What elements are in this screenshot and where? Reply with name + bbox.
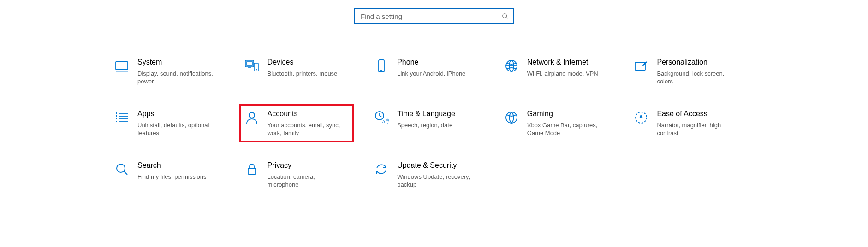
search-box[interactable] xyxy=(354,8,514,24)
tile-title: Ease of Access xyxy=(657,109,736,118)
tile-privacy[interactable]: Privacy Location, camera, microphone xyxy=(239,156,354,194)
tile-desc: Link your Android, iPhone xyxy=(397,70,476,77)
tile-time-language[interactable]: A字 Time & Language Speech, region, date xyxy=(369,104,483,142)
tile-devices[interactable]: Devices Bluetooth, printers, mouse xyxy=(239,53,354,90)
svg-rect-33 xyxy=(248,168,256,174)
tile-apps[interactable]: Apps Uninstall, defaults, optional featu… xyxy=(109,104,224,142)
magnifier-icon xyxy=(114,162,129,176)
globe-icon xyxy=(504,59,519,73)
accounts-icon xyxy=(244,110,259,125)
tile-search[interactable]: Search Find my files, permissions xyxy=(109,156,224,194)
tile-desc: Location, camera, microphone xyxy=(268,173,347,188)
tile-title: Network & Internet xyxy=(527,58,606,67)
svg-line-27 xyxy=(380,116,381,117)
tile-title: Devices xyxy=(268,58,347,67)
tile-title: Personalization xyxy=(657,58,736,67)
phone-icon xyxy=(374,59,389,73)
tile-desc: Find my files, permissions xyxy=(137,173,217,181)
tile-phone[interactable]: Phone Link your Android, iPhone xyxy=(369,53,483,90)
svg-rect-5 xyxy=(247,62,252,65)
tile-desc: Speech, region, date xyxy=(397,121,476,129)
tile-title: Privacy xyxy=(268,161,347,170)
tile-gaming[interactable]: Gaming Xbox Game Bar, captures, Game Mod… xyxy=(499,104,613,142)
svg-rect-22 xyxy=(116,118,117,119)
tile-desc: Xbox Game Bar, captures, Game Mode xyxy=(527,121,606,137)
svg-rect-2 xyxy=(116,62,128,70)
tile-title: Update & Security xyxy=(397,161,476,170)
apps-icon xyxy=(114,110,129,125)
tile-desc: Narrator, magnifier, high contrast xyxy=(657,121,736,137)
tile-desc: Your accounts, email, sync, work, family xyxy=(268,121,347,137)
svg-rect-21 xyxy=(116,115,117,117)
svg-point-24 xyxy=(249,112,255,118)
tile-title: Time & Language xyxy=(397,109,476,118)
tile-desc: Windows Update, recovery, backup xyxy=(397,173,476,188)
devices-icon xyxy=(244,59,259,73)
update-icon xyxy=(374,162,389,176)
tile-title: System xyxy=(137,58,217,67)
tile-desc: Background, lock screen, colors xyxy=(657,70,736,85)
tile-ease-of-access[interactable]: Ease of Access Narrator, magnifier, high… xyxy=(629,104,743,142)
tile-desc: Bluetooth, printers, mouse xyxy=(268,70,347,77)
settings-grid: System Display, sound, notifications, po… xyxy=(109,53,759,194)
search-icon xyxy=(502,13,508,19)
time-language-icon: A字 xyxy=(374,110,389,125)
tile-title: Phone xyxy=(397,58,476,67)
svg-rect-14 xyxy=(635,62,645,70)
svg-text:A字: A字 xyxy=(382,118,389,124)
tile-title: Gaming xyxy=(527,109,606,118)
ease-of-access-icon xyxy=(634,110,648,125)
lock-icon xyxy=(244,162,259,176)
tile-desc: Uninstall, defaults, optional features xyxy=(137,121,217,137)
svg-point-31 xyxy=(117,164,125,172)
gaming-icon xyxy=(504,110,519,125)
svg-line-32 xyxy=(124,171,127,175)
tile-title: Search xyxy=(137,161,217,170)
search-input[interactable] xyxy=(360,12,502,21)
tile-system[interactable]: System Display, sound, notifications, po… xyxy=(109,53,224,90)
svg-point-29 xyxy=(506,112,517,123)
system-icon xyxy=(114,59,129,73)
tile-title: Accounts xyxy=(268,109,347,118)
tile-update-security[interactable]: Update & Security Windows Update, recove… xyxy=(369,156,483,194)
tile-network[interactable]: Network & Internet Wi-Fi, airplane mode,… xyxy=(499,53,613,90)
svg-point-7 xyxy=(256,69,256,70)
tile-accounts[interactable]: Accounts Your accounts, email, sync, wor… xyxy=(239,104,354,142)
svg-rect-23 xyxy=(116,121,117,122)
svg-rect-20 xyxy=(116,112,117,114)
svg-line-1 xyxy=(506,17,507,18)
tile-personalization[interactable]: Personalization Background, lock screen,… xyxy=(629,53,743,90)
tile-title: Apps xyxy=(137,109,217,118)
personalization-icon xyxy=(634,59,648,73)
tile-desc: Display, sound, notifications, power xyxy=(137,70,217,85)
tile-desc: Wi-Fi, airplane mode, VPN xyxy=(527,70,606,77)
